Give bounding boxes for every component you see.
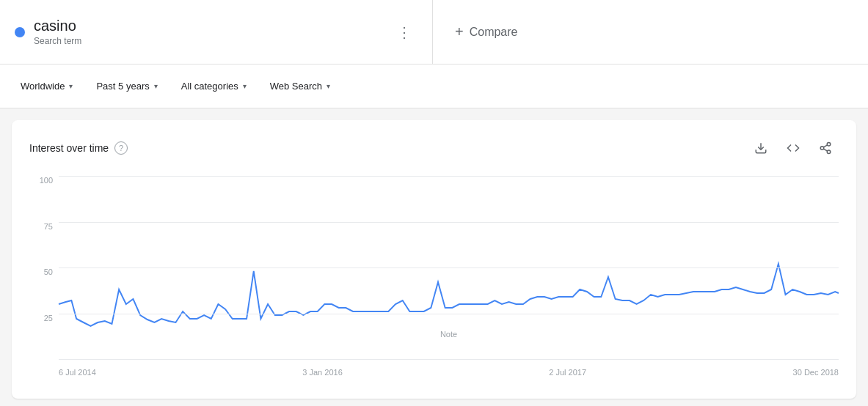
x-label-2017: 2 Jul 2017	[549, 368, 586, 377]
grid-line-100	[59, 176, 839, 177]
svg-point-1	[827, 143, 831, 147]
chart-area: 100 75 50 25	[29, 176, 839, 381]
chart-title: Interest over time	[29, 142, 109, 154]
x-axis: 6 Jul 2014 3 Jan 2016 2 Jul 2017 30 Dec …	[59, 363, 839, 381]
svg-line-5	[823, 145, 827, 147]
more-options-button[interactable]: ⋮	[391, 18, 417, 47]
x-label-2016: 3 Jan 2016	[302, 368, 342, 377]
search-type-filter-chevron: ▾	[327, 82, 330, 90]
chart-actions	[748, 135, 839, 161]
help-icon[interactable]: ?	[114, 141, 128, 155]
y-label-75: 75	[44, 222, 53, 231]
y-label-25: 25	[44, 314, 53, 322]
y-label-50: 50	[44, 267, 53, 276]
search-type-filter-label: Web Search	[270, 81, 322, 92]
search-term-name: casino	[34, 18, 81, 34]
compare-panel[interactable]: + Compare	[433, 0, 868, 64]
share-button[interactable]	[812, 135, 839, 161]
location-filter[interactable]: Worldwide ▾	[12, 75, 81, 97]
svg-line-4	[823, 149, 827, 151]
time-filter-chevron: ▾	[154, 82, 158, 90]
category-filter-label: All categories	[181, 81, 238, 92]
y-axis: 100 75 50 25	[29, 176, 59, 359]
x-label-2018: 30 Dec 2018	[793, 368, 839, 377]
svg-point-2	[820, 147, 824, 150]
grid-line-0	[59, 359, 839, 360]
search-type-filter[interactable]: Web Search ▾	[261, 75, 339, 97]
category-filter[interactable]: All categories ▾	[172, 75, 255, 97]
chart-header: Interest over time ?	[29, 135, 839, 161]
compare-plus-icon: +	[455, 23, 464, 40]
search-term-panel: casino Search term ⋮	[0, 0, 433, 64]
search-term-info: casino Search term	[34, 18, 81, 46]
embed-button[interactable]	[780, 135, 806, 161]
chart-title-group: Interest over time ?	[29, 141, 128, 155]
compare-label: Compare	[470, 26, 518, 39]
filters-bar: Worldwide ▾ Past 5 years ▾ All categorie…	[0, 64, 868, 108]
grid-line-75	[59, 222, 839, 223]
grid-line-25	[59, 314, 839, 314]
main-content: Interest over time ?	[0, 108, 868, 406]
x-label-2014: 6 Jul 2014	[59, 368, 96, 377]
y-label-100: 100	[40, 176, 53, 185]
svg-point-3	[827, 150, 831, 154]
location-filter-label: Worldwide	[21, 81, 65, 92]
chart-card: Interest over time ?	[12, 120, 856, 399]
note-label: Note	[440, 330, 457, 339]
time-filter[interactable]: Past 5 years ▾	[87, 75, 166, 97]
search-term-label: Search term	[34, 36, 81, 46]
category-filter-chevron: ▾	[243, 82, 247, 90]
location-filter-chevron: ▾	[69, 82, 73, 90]
chart-plot: Note	[59, 176, 839, 359]
top-bar: casino Search term ⋮ + Compare	[0, 0, 868, 64]
grid-line-50	[59, 267, 839, 268]
search-term-dot	[15, 27, 25, 37]
time-filter-label: Past 5 years	[96, 81, 149, 92]
download-button[interactable]	[748, 135, 774, 161]
